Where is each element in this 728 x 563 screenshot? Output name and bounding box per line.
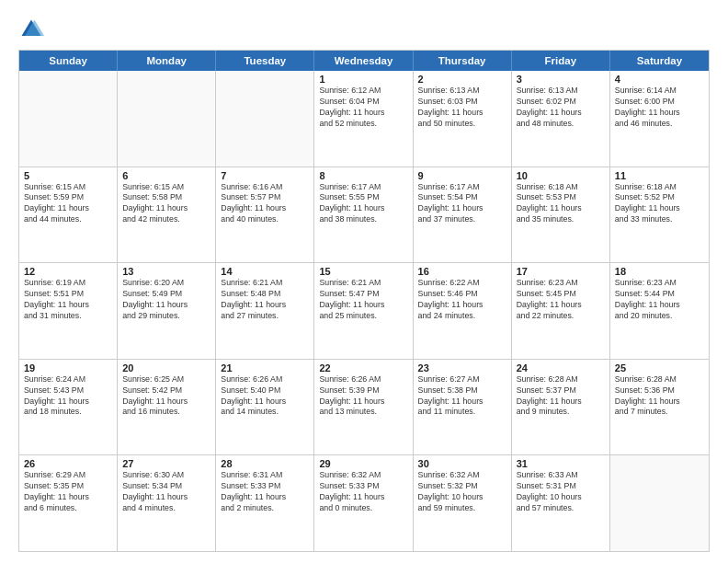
day-number-8: 8 [319, 170, 407, 181]
cell-text-29: Sunrise: 6:32 AMSunset: 5:33 PMDaylight:… [319, 470, 407, 514]
calendar-header: SundayMondayTuesdayWednesdayThursdayFrid… [19, 51, 709, 71]
weekday-header-monday: Monday [118, 51, 216, 71]
calendar-cell-empty-4-6 [610, 455, 709, 551]
calendar-cell-18: 18Sunrise: 6:23 AMSunset: 5:44 PMDayligh… [610, 263, 709, 359]
calendar-cell-13: 13Sunrise: 6:20 AMSunset: 5:49 PMDayligh… [118, 263, 216, 359]
calendar-row-3: 12Sunrise: 6:19 AMSunset: 5:51 PMDayligh… [19, 262, 709, 359]
cell-text-25: Sunrise: 6:28 AMSunset: 5:36 PMDaylight:… [615, 374, 704, 419]
calendar-cell-empty-0-0 [19, 71, 118, 167]
calendar-cell-28: 28Sunrise: 6:31 AMSunset: 5:33 PMDayligh… [216, 455, 314, 551]
cell-text-3: Sunrise: 6:13 AMSunset: 6:02 PMDaylight:… [517, 86, 605, 130]
cell-text-9: Sunrise: 6:17 AMSunset: 5:54 PMDaylight:… [418, 182, 506, 226]
day-number-23: 23 [418, 362, 506, 373]
cell-text-13: Sunrise: 6:20 AMSunset: 5:49 PMDaylight:… [122, 278, 210, 322]
logo [18, 17, 48, 42]
weekday-header-friday: Friday [512, 51, 610, 71]
cell-text-5: Sunrise: 6:15 AMSunset: 5:59 PMDaylight:… [24, 182, 112, 226]
calendar-cell-25: 25Sunrise: 6:28 AMSunset: 5:36 PMDayligh… [610, 360, 709, 455]
calendar-cell-12: 12Sunrise: 6:19 AMSunset: 5:51 PMDayligh… [19, 263, 118, 359]
day-number-11: 11 [615, 170, 704, 181]
day-number-29: 29 [319, 458, 407, 469]
calendar-cell-30: 30Sunrise: 6:32 AMSunset: 5:32 PMDayligh… [414, 455, 512, 551]
calendar-row-5: 26Sunrise: 6:29 AMSunset: 5:35 PMDayligh… [19, 454, 709, 551]
weekday-header-tuesday: Tuesday [216, 51, 314, 71]
cell-text-7: Sunrise: 6:16 AMSunset: 5:57 PMDaylight:… [221, 182, 309, 226]
cell-text-30: Sunrise: 6:32 AMSunset: 5:32 PMDaylight:… [418, 470, 506, 514]
day-number-31: 31 [517, 458, 605, 469]
day-number-6: 6 [122, 170, 210, 181]
cell-text-16: Sunrise: 6:22 AMSunset: 5:46 PMDaylight:… [418, 278, 506, 322]
cell-text-8: Sunrise: 6:17 AMSunset: 5:55 PMDaylight:… [319, 182, 407, 226]
day-number-7: 7 [221, 170, 309, 181]
calendar-cell-19: 19Sunrise: 6:24 AMSunset: 5:43 PMDayligh… [19, 360, 118, 455]
weekday-header-saturday: Saturday [610, 51, 709, 71]
cell-text-26: Sunrise: 6:29 AMSunset: 5:35 PMDaylight:… [24, 470, 112, 514]
calendar-cell-26: 26Sunrise: 6:29 AMSunset: 5:35 PMDayligh… [19, 455, 118, 551]
cell-text-22: Sunrise: 6:26 AMSunset: 5:39 PMDaylight:… [319, 374, 407, 419]
cell-text-14: Sunrise: 6:21 AMSunset: 5:48 PMDaylight:… [221, 278, 309, 322]
cell-text-12: Sunrise: 6:19 AMSunset: 5:51 PMDaylight:… [24, 278, 112, 322]
calendar-cell-empty-0-1 [118, 71, 216, 167]
cell-text-18: Sunrise: 6:23 AMSunset: 5:44 PMDaylight:… [615, 278, 704, 322]
calendar-cell-6: 6Sunrise: 6:15 AMSunset: 5:58 PMDaylight… [118, 167, 216, 263]
day-number-24: 24 [517, 362, 605, 373]
day-number-30: 30 [418, 458, 506, 469]
calendar-cell-27: 27Sunrise: 6:30 AMSunset: 5:34 PMDayligh… [118, 455, 216, 551]
calendar-cell-4: 4Sunrise: 6:14 AMSunset: 6:00 PMDaylight… [610, 71, 709, 167]
day-number-3: 3 [517, 74, 605, 85]
calendar-cell-20: 20Sunrise: 6:25 AMSunset: 5:42 PMDayligh… [118, 360, 216, 455]
day-number-20: 20 [122, 362, 210, 373]
cell-text-21: Sunrise: 6:26 AMSunset: 5:40 PMDaylight:… [221, 374, 309, 419]
calendar-cell-11: 11Sunrise: 6:18 AMSunset: 5:52 PMDayligh… [610, 167, 709, 263]
weekday-header-thursday: Thursday [414, 51, 512, 71]
day-number-12: 12 [24, 266, 112, 277]
day-number-13: 13 [122, 266, 210, 277]
cell-text-19: Sunrise: 6:24 AMSunset: 5:43 PMDaylight:… [24, 374, 112, 419]
day-number-27: 27 [122, 458, 210, 469]
calendar-cell-7: 7Sunrise: 6:16 AMSunset: 5:57 PMDaylight… [216, 167, 314, 263]
day-number-28: 28 [221, 458, 309, 469]
calendar-cell-21: 21Sunrise: 6:26 AMSunset: 5:40 PMDayligh… [216, 360, 314, 455]
calendar: SundayMondayTuesdayWednesdayThursdayFrid… [18, 50, 710, 552]
cell-text-27: Sunrise: 6:30 AMSunset: 5:34 PMDaylight:… [122, 470, 210, 514]
cell-text-31: Sunrise: 6:33 AMSunset: 5:31 PMDaylight:… [517, 470, 605, 514]
cell-text-1: Sunrise: 6:12 AMSunset: 6:04 PMDaylight:… [319, 86, 407, 130]
calendar-row-4: 19Sunrise: 6:24 AMSunset: 5:43 PMDayligh… [19, 359, 709, 455]
weekday-header-wednesday: Wednesday [314, 51, 413, 71]
calendar-cell-10: 10Sunrise: 6:18 AMSunset: 5:53 PMDayligh… [512, 167, 610, 263]
day-number-10: 10 [517, 170, 605, 181]
day-number-17: 17 [517, 266, 605, 277]
day-number-26: 26 [24, 458, 112, 469]
cell-text-24: Sunrise: 6:28 AMSunset: 5:37 PMDaylight:… [517, 374, 605, 419]
cell-text-28: Sunrise: 6:31 AMSunset: 5:33 PMDaylight:… [221, 470, 309, 514]
calendar-cell-empty-0-2 [216, 71, 314, 167]
calendar-cell-22: 22Sunrise: 6:26 AMSunset: 5:39 PMDayligh… [314, 360, 413, 455]
day-number-22: 22 [319, 362, 407, 373]
day-number-18: 18 [615, 266, 704, 277]
day-number-1: 1 [319, 74, 407, 85]
cell-text-15: Sunrise: 6:21 AMSunset: 5:47 PMDaylight:… [319, 278, 407, 322]
day-number-9: 9 [418, 170, 506, 181]
cell-text-23: Sunrise: 6:27 AMSunset: 5:38 PMDaylight:… [418, 374, 506, 419]
header [18, 17, 710, 42]
cell-text-6: Sunrise: 6:15 AMSunset: 5:58 PMDaylight:… [122, 182, 210, 226]
day-number-19: 19 [24, 362, 112, 373]
calendar-cell-3: 3Sunrise: 6:13 AMSunset: 6:02 PMDaylight… [512, 71, 610, 167]
calendar-row-1: 1Sunrise: 6:12 AMSunset: 6:04 PMDaylight… [19, 71, 709, 167]
calendar-body: 1Sunrise: 6:12 AMSunset: 6:04 PMDaylight… [19, 71, 709, 551]
calendar-cell-24: 24Sunrise: 6:28 AMSunset: 5:37 PMDayligh… [512, 360, 610, 455]
calendar-cell-5: 5Sunrise: 6:15 AMSunset: 5:59 PMDaylight… [19, 167, 118, 263]
calendar-cell-16: 16Sunrise: 6:22 AMSunset: 5:46 PMDayligh… [414, 263, 512, 359]
day-number-2: 2 [418, 74, 506, 85]
day-number-5: 5 [24, 170, 112, 181]
weekday-header-sunday: Sunday [19, 51, 118, 71]
day-number-25: 25 [615, 362, 704, 373]
cell-text-4: Sunrise: 6:14 AMSunset: 6:00 PMDaylight:… [615, 86, 704, 130]
day-number-21: 21 [221, 362, 309, 373]
calendar-cell-29: 29Sunrise: 6:32 AMSunset: 5:33 PMDayligh… [314, 455, 413, 551]
page: SundayMondayTuesdayWednesdayThursdayFrid… [0, 0, 728, 563]
cell-text-17: Sunrise: 6:23 AMSunset: 5:45 PMDaylight:… [517, 278, 605, 322]
calendar-cell-8: 8Sunrise: 6:17 AMSunset: 5:55 PMDaylight… [314, 167, 413, 263]
day-number-16: 16 [418, 266, 506, 277]
calendar-cell-14: 14Sunrise: 6:21 AMSunset: 5:48 PMDayligh… [216, 263, 314, 359]
